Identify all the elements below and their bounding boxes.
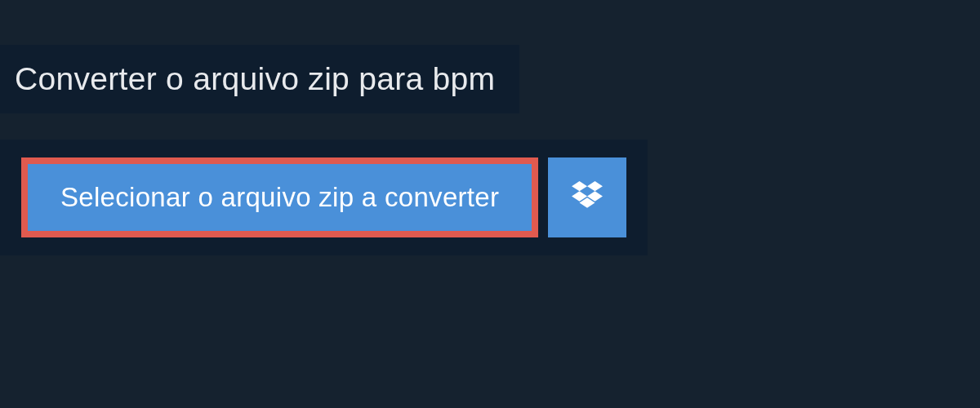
select-file-button[interactable]: Selecionar o arquivo zip a converter <box>21 157 538 237</box>
page-title: Converter o arquivo zip para bpm <box>15 61 495 97</box>
upload-panel: Selecionar o arquivo zip a converter <box>0 140 648 255</box>
button-row: Selecionar o arquivo zip a converter <box>21 157 626 237</box>
select-file-label: Selecionar o arquivo zip a converter <box>60 182 499 213</box>
page-header: Converter o arquivo zip para bpm <box>0 45 519 113</box>
dropbox-button[interactable] <box>548 157 626 237</box>
dropbox-icon <box>572 181 603 214</box>
